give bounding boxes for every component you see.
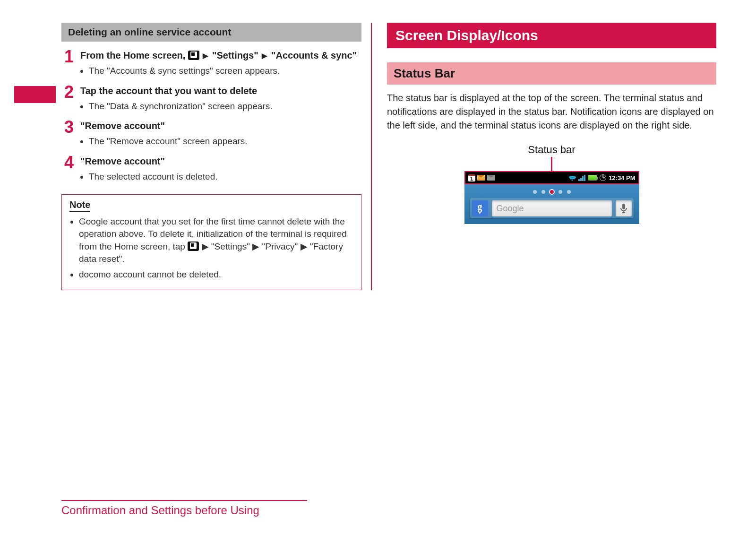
text: "Accounts & sync" xyxy=(271,50,357,60)
page-dot xyxy=(558,190,562,194)
app-drawer-icon xyxy=(188,51,199,60)
gmail-icon xyxy=(487,175,495,181)
status-time: 12:34 PM xyxy=(609,174,635,181)
subsection-heading: Status Bar xyxy=(387,62,716,85)
page-dot xyxy=(533,190,537,194)
page-footer: Confirmation and Settings before Using xyxy=(61,500,307,517)
step-number: 2 xyxy=(61,84,74,117)
voice-search-button[interactable] xyxy=(616,200,632,216)
search-input[interactable]: Google xyxy=(492,200,612,216)
step-arrow-icon: ▶ xyxy=(203,52,208,60)
step-number: 3 xyxy=(61,119,74,152)
step-4: 4 "Remove account" The selected account … xyxy=(61,154,361,188)
step-1: 1 From the Home screen, ▶ "Settings" ▶ "… xyxy=(61,48,361,82)
step-number: 1 xyxy=(61,48,74,82)
step-arrow-icon: ▶ xyxy=(202,242,209,251)
app-drawer-icon xyxy=(188,242,199,251)
wifi-icon xyxy=(568,175,576,181)
callout-line xyxy=(551,157,552,171)
chapter-heading: Screen Display/Icons xyxy=(387,23,716,48)
step-3: 3 "Remove account" The "Remove account" … xyxy=(61,119,361,152)
google-search-widget[interactable]: g▼ Google xyxy=(470,198,634,218)
page-indicator xyxy=(464,187,639,198)
note-item: docomo account cannot be deleted. xyxy=(79,268,353,281)
note-heading: Note xyxy=(69,199,90,212)
page-dot-active xyxy=(550,190,554,194)
text: "Settings" xyxy=(212,50,261,60)
section-heading: Deleting an online service account xyxy=(61,23,361,42)
signal-icon xyxy=(578,175,585,181)
step-title: "Remove account" xyxy=(80,155,361,168)
calendar-icon: 1 xyxy=(468,174,475,181)
step-detail: The selected account is deleted. xyxy=(89,171,361,183)
text: From the Home screen, xyxy=(80,50,188,60)
home-screen-sliver: g▼ Google xyxy=(464,184,639,224)
note-item: Google account that you set for the firs… xyxy=(79,216,353,266)
phone-screenshot: 1 12:34 PM xyxy=(464,171,639,224)
step-arrow-icon: ▶ xyxy=(262,52,267,60)
google-logo-button[interactable]: g▼ xyxy=(472,200,488,216)
step-title: "Remove account" xyxy=(80,120,361,132)
page-dot xyxy=(567,190,571,194)
note-box: Note Google account that you set for the… xyxy=(61,194,361,290)
status-bar: 1 12:34 PM xyxy=(464,171,639,184)
step-number: 4 xyxy=(61,154,74,188)
step-detail: The "Data & synchronization" screen appe… xyxy=(89,100,361,112)
step-title: Tap the account that you want to delete xyxy=(80,85,361,97)
step-2: 2 Tap the account that you want to delet… xyxy=(61,84,361,117)
body-paragraph: The status bar is displayed at the top o… xyxy=(387,91,716,132)
page-dot xyxy=(541,190,545,194)
mail-icon xyxy=(477,175,485,181)
step-title: From the Home screen, ▶ "Settings" ▶ "Ac… xyxy=(80,49,361,62)
step-detail: The "Remove account" screen appears. xyxy=(89,135,361,147)
alarm-icon xyxy=(600,174,606,181)
battery-icon xyxy=(588,175,597,181)
step-detail: The "Accounts & sync settings" screen ap… xyxy=(89,65,361,77)
